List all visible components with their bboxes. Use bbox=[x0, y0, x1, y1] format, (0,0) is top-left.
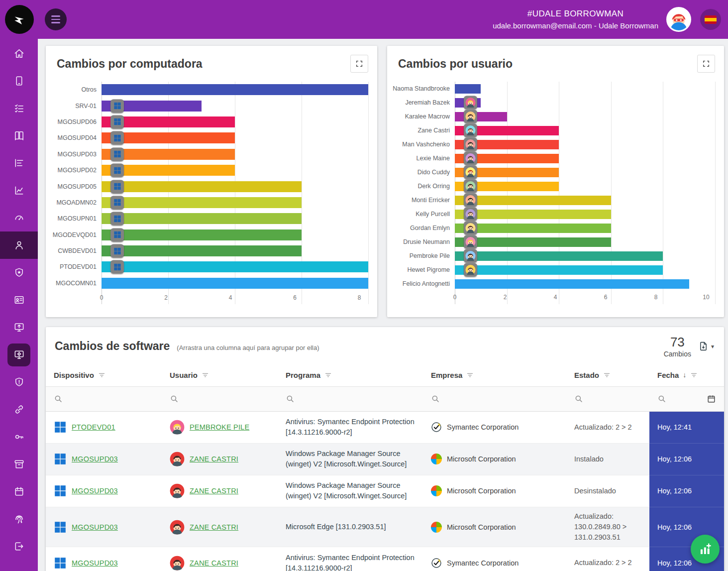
chart-bar-row: Lexie Maine bbox=[387, 151, 715, 165]
filter-icon[interactable] bbox=[466, 371, 474, 379]
search-input-empresa[interactable] bbox=[423, 387, 566, 411]
x-axis-tick: 0 bbox=[100, 294, 104, 301]
sidebar-item-fingerprint[interactable] bbox=[0, 505, 38, 533]
column-header-dispositivo[interactable]: Dispositivo bbox=[46, 364, 162, 386]
search-icon bbox=[286, 394, 295, 403]
chart-bar-row: Man Vashchenko bbox=[387, 137, 715, 151]
filter-icon[interactable] bbox=[98, 371, 105, 379]
filter-icon[interactable] bbox=[603, 371, 611, 379]
chart-bar[interactable] bbox=[455, 251, 663, 261]
search-input-estado[interactable] bbox=[566, 387, 649, 411]
chart-bar-track bbox=[102, 227, 368, 243]
sidebar-item-rows-chart[interactable] bbox=[0, 149, 38, 177]
device-link[interactable]: PTODEVD01 bbox=[72, 423, 115, 431]
company-name: Microsoft Corporation bbox=[447, 455, 516, 463]
computer-windows-badge-icon bbox=[110, 260, 124, 274]
fingerprint-icon bbox=[13, 513, 25, 525]
chart-category-label: MGOCOMN01 bbox=[46, 280, 102, 287]
chart-bar[interactable] bbox=[102, 229, 302, 240]
column-header-usuario[interactable]: Usuario bbox=[162, 364, 278, 386]
sidebar-item-book[interactable] bbox=[0, 122, 38, 149]
search-input-dispositivo[interactable] bbox=[46, 387, 162, 411]
sidebar-item-shield-alert[interactable] bbox=[0, 368, 38, 396]
user-avatar-icon bbox=[170, 420, 185, 435]
chart-bar[interactable] bbox=[455, 196, 611, 205]
chart-bar[interactable] bbox=[455, 84, 481, 94]
filter-icon[interactable] bbox=[202, 371, 209, 379]
sidebar-item-device-calendar[interactable] bbox=[0, 478, 38, 505]
x-axis: 0246810 bbox=[455, 291, 706, 304]
user-link[interactable]: PEMBROKE PILE bbox=[190, 423, 249, 431]
chart-category-label: Karalee Macrow bbox=[387, 113, 455, 120]
user-link[interactable]: ZANE CASTRI bbox=[190, 455, 238, 463]
chart-bar[interactable] bbox=[102, 181, 302, 192]
chart-bar[interactable] bbox=[102, 213, 302, 224]
sidebar-item-link[interactable] bbox=[0, 396, 38, 423]
chart-bar[interactable] bbox=[455, 279, 689, 289]
column-header-fecha[interactable]: Fecha↓ bbox=[649, 364, 724, 386]
hamburger-bar bbox=[51, 22, 60, 23]
search-input-usuario[interactable] bbox=[162, 387, 278, 411]
company-cell: Symantec Corporation bbox=[423, 547, 566, 571]
export-button[interactable]: ▾ bbox=[698, 341, 714, 351]
add-report-fab[interactable] bbox=[691, 535, 720, 564]
filter-icon[interactable] bbox=[690, 371, 698, 379]
chart-bar[interactable] bbox=[455, 112, 507, 121]
chart-bar[interactable] bbox=[455, 237, 611, 247]
sidebar-item-id-badge[interactable] bbox=[0, 286, 38, 314]
microsoft-logo-icon bbox=[431, 485, 442, 496]
user-avatar-badge-icon bbox=[464, 208, 477, 221]
sidebar-item-logout[interactable] bbox=[0, 533, 38, 560]
sidebar-item-device-upload[interactable] bbox=[0, 314, 38, 341]
column-header-estado[interactable]: Estado bbox=[566, 364, 649, 386]
expand-computers-chart-button[interactable] bbox=[350, 55, 368, 73]
sidebar-item-tasks[interactable] bbox=[0, 95, 38, 122]
sidebar-item-gauge[interactable] bbox=[0, 204, 38, 231]
sidebar-item-devices[interactable] bbox=[0, 67, 38, 95]
sidebar-item-user-shield[interactable] bbox=[0, 231, 38, 259]
chart-bar[interactable] bbox=[455, 265, 663, 275]
table-row: MGOSUPD03ZANE CASTRIAntivirus: Symantec … bbox=[46, 547, 724, 571]
language-selector-button[interactable] bbox=[700, 9, 721, 30]
chart-bar[interactable] bbox=[455, 224, 611, 233]
chart-bar[interactable] bbox=[102, 84, 368, 95]
user-avatar[interactable] bbox=[666, 7, 691, 32]
expand-users-chart-button[interactable] bbox=[697, 55, 715, 73]
device-link[interactable]: MGOSUPD03 bbox=[72, 523, 118, 531]
device-link[interactable]: MGOSUPD03 bbox=[72, 455, 118, 463]
key-icon bbox=[13, 431, 25, 443]
date-cell: Hoy, 12:06 bbox=[649, 444, 724, 475]
chart-bar[interactable] bbox=[102, 261, 368, 272]
chart-bar[interactable] bbox=[455, 210, 611, 219]
search-input-programa[interactable] bbox=[278, 387, 423, 411]
search-icon bbox=[170, 394, 179, 403]
app-logo[interactable] bbox=[5, 5, 34, 34]
search-input-fecha[interactable] bbox=[649, 387, 724, 411]
software-changes-title: Cambios de software bbox=[55, 340, 170, 353]
microsoft-logo-icon bbox=[431, 522, 442, 533]
column-header-label: Usuario bbox=[170, 371, 198, 379]
x-axis-tick: 4 bbox=[229, 294, 232, 301]
windows-icon bbox=[54, 521, 67, 534]
sidebar-item-device-gear[interactable] bbox=[0, 341, 38, 368]
sidebar-item-line-chart[interactable] bbox=[0, 177, 38, 204]
sidebar-item-home[interactable] bbox=[0, 40, 38, 67]
device-link[interactable]: MGOSUPD03 bbox=[72, 487, 118, 495]
chart-bar[interactable] bbox=[102, 245, 302, 256]
calendar-icon[interactable] bbox=[707, 394, 716, 404]
device-link[interactable]: MGOSUPD03 bbox=[72, 559, 118, 567]
chart-bar[interactable] bbox=[102, 278, 368, 289]
sidebar-item-shield-star[interactable] bbox=[0, 259, 38, 286]
hamburger-menu-button[interactable] bbox=[45, 8, 67, 30]
user-link[interactable]: ZANE CASTRI bbox=[190, 523, 238, 531]
program-cell: Windows Package Manager Source (winget) … bbox=[278, 444, 423, 475]
sidebar-item-key[interactable] bbox=[0, 423, 38, 451]
user-link[interactable]: ZANE CASTRI bbox=[190, 559, 238, 567]
sidebar-item-archive[interactable] bbox=[0, 451, 38, 478]
filter-icon[interactable] bbox=[324, 371, 332, 379]
user-link[interactable]: ZANE CASTRI bbox=[190, 487, 238, 495]
chart-plot-area: OtrosSRV-01MGOSUPD06MGOSUPD04MGOSUPD03MG… bbox=[46, 82, 368, 291]
chart-bar[interactable] bbox=[102, 197, 302, 208]
column-header-empresa[interactable]: Empresa bbox=[423, 364, 566, 386]
column-header-programa[interactable]: Programa bbox=[278, 364, 423, 386]
